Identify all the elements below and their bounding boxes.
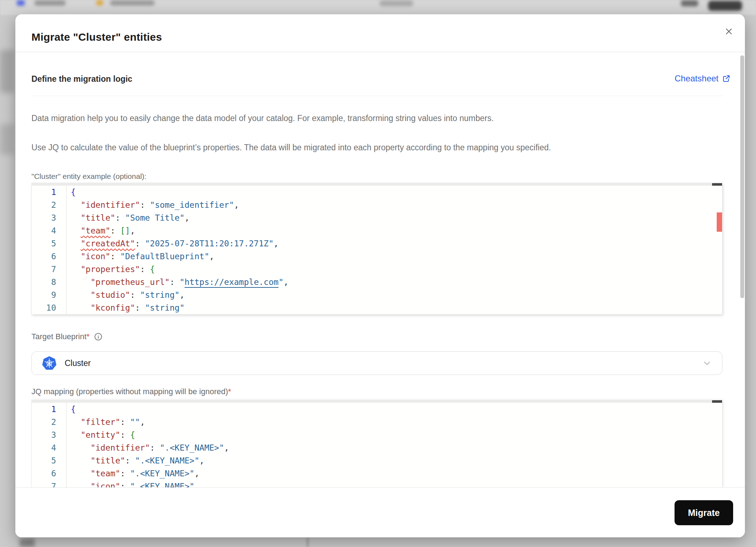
editor-lines: 1{2 "identifier": "some_identifier",3 "t… (32, 186, 722, 314)
section-divider (31, 96, 722, 96)
background-dark-blob (708, 1, 742, 11)
background-blue-icon (17, 0, 25, 6)
kubernetes-icon (42, 356, 57, 371)
background-text-blob (34, 0, 66, 6)
target-blueprint-label-text: Target Blueprint (31, 332, 86, 341)
modal-body-scrollbar[interactable] (740, 55, 744, 298)
background-text-blob (110, 0, 155, 6)
required-asterisk: * (86, 332, 90, 341)
close-button[interactable] (721, 24, 737, 39)
target-blueprint-value: Cluster (65, 358, 91, 368)
close-icon (725, 27, 733, 36)
description-paragraph-1: Data migration help you to easily change… (31, 114, 722, 123)
background-dark-blob (681, 0, 698, 6)
modal-title: Migrate "Cluster" entities (31, 31, 162, 43)
section-heading: Define the migration logic (31, 74, 132, 84)
cheatsheet-link[interactable]: Cheatsheet (675, 74, 731, 84)
editor-top-strip (32, 183, 722, 186)
target-blueprint-label: Target Blueprint* (31, 332, 103, 341)
required-asterisk: * (228, 387, 231, 396)
background-yellow-icon (96, 0, 103, 5)
background-smudge (20, 538, 35, 547)
background-line (307, 537, 309, 547)
modal-footer: Migrate (15, 487, 745, 537)
jq-mapping-code-editor[interactable]: 1{2 "filter": "",3 "entity": {4 "identif… (31, 400, 722, 487)
editor-scrollbar-thumb[interactable] (712, 400, 722, 403)
editor-scrollbar-thumb[interactable] (712, 183, 722, 186)
cheatsheet-link-label: Cheatsheet (675, 74, 718, 84)
external-link-icon (722, 74, 731, 83)
background-sidebar-block (0, 124, 14, 155)
example-editor-label: "Cluster" entity example (optional): (31, 172, 146, 181)
editor-lines: 1{2 "filter": "",3 "entity": {4 "identif… (32, 403, 722, 487)
description-paragraph-2: Use JQ to calculate the value of the blu… (31, 143, 722, 152)
background-search-blob (379, 0, 413, 6)
info-icon[interactable] (94, 332, 103, 341)
background-sidebar-block (0, 50, 14, 93)
editor-top-strip (32, 400, 722, 403)
target-blueprint-select[interactable]: Cluster (31, 351, 722, 375)
chevron-down-icon (702, 358, 712, 368)
migrate-entities-modal: Migrate "Cluster" entities Define the mi… (15, 14, 745, 537)
jq-mapping-label: JQ mapping (properties without mapping w… (31, 387, 231, 396)
jq-mapping-label-text: JQ mapping (properties without mapping w… (31, 387, 228, 396)
migrate-button[interactable]: Migrate (675, 500, 733, 525)
editor-error-marker (717, 212, 722, 232)
header-divider (15, 52, 745, 52)
entity-example-code-editor[interactable]: 1{2 "identifier": "some_identifier",3 "t… (31, 183, 722, 315)
